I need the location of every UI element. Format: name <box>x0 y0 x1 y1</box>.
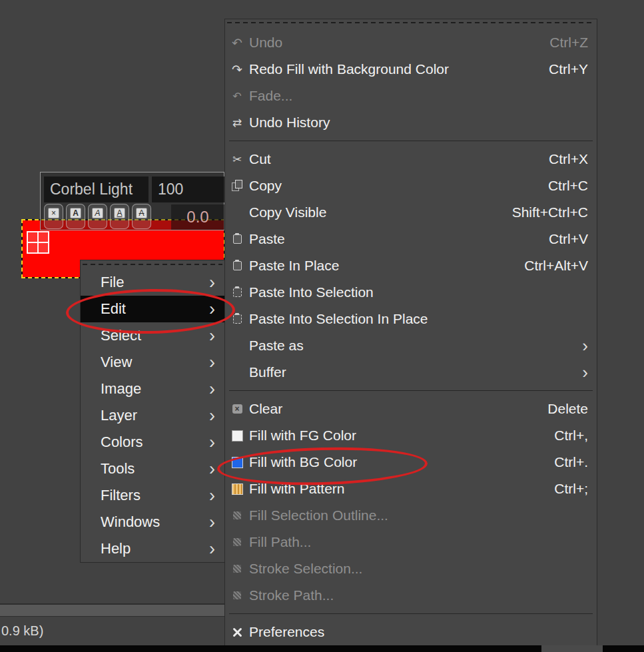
clear-format-icon: × <box>48 208 59 218</box>
menu-item-label: Image <box>101 380 141 398</box>
context-menu-item-select[interactable]: Select› <box>81 322 224 349</box>
menu-item-label: Undo History <box>249 115 330 131</box>
menu-item-label: Fill Selection Outline... <box>249 507 388 523</box>
edit-menu-item-paste-into-selection-in-place[interactable]: Paste Into Selection In Place <box>225 306 597 332</box>
strikethrough-button[interactable]: A <box>132 204 151 229</box>
menu-item-label: File <box>101 274 124 291</box>
context-menu-item-tools[interactable]: Tools› <box>81 456 224 482</box>
menu-item-label: Buffer <box>249 364 286 380</box>
pattern-swatch <box>230 482 244 496</box>
tear-off-line[interactable] <box>227 22 595 23</box>
fade-icon <box>230 89 244 103</box>
context-menu-item-view[interactable]: View› <box>81 349 224 376</box>
edit-menu-item-fade[interactable]: Fade... <box>225 83 597 109</box>
edit-menu-item-undo[interactable]: UndoCtrl+Z <box>225 29 597 56</box>
context-menu-item-image[interactable]: Image› <box>81 376 224 402</box>
menu-item-label: Fill with BG Color <box>249 454 357 470</box>
menu-item-label: Select <box>101 327 141 344</box>
clear-style-button[interactable]: × <box>44 204 63 229</box>
edit-menu-item-fill-with-pattern[interactable]: Fill with PatternCtrl+; <box>225 476 597 502</box>
edit-menu-item-cut[interactable]: CutCtrl+X <box>225 146 597 172</box>
menu-item-label: Cut <box>249 151 271 167</box>
menu-item-label: Copy Visible <box>249 204 326 220</box>
fill-path-icon <box>230 535 244 549</box>
edit-menu-item-fill-with-bg-color[interactable]: Fill with BG ColorCtrl+. <box>225 449 597 476</box>
edit-menu-item-preferences[interactable]: Preferences <box>225 619 597 645</box>
shortcut-label: Ctrl+C <box>548 178 588 194</box>
shortcut-label: Ctrl+Alt+V <box>524 258 588 274</box>
edit-menu-item-stroke-path[interactable]: Stroke Path... <box>225 582 597 609</box>
underline-icon: A <box>114 208 125 218</box>
edit-menu-item-fill-selection-outline[interactable]: Fill Selection Outline... <box>225 502 597 529</box>
context-menu-item-edit[interactable]: Edit› <box>81 296 224 322</box>
preferences-icon <box>230 625 244 639</box>
paste-icon <box>230 232 244 246</box>
context-menu-item-help[interactable]: Help› <box>81 535 224 562</box>
edit-menu-list: UndoCtrl+ZRedo Fill with Background Colo… <box>225 29 597 645</box>
submenu-arrow-icon: › <box>209 380 215 398</box>
menu-item-label: Paste Into Selection <box>249 284 374 300</box>
context-menu-item-file[interactable]: File› <box>81 269 224 296</box>
menu-item-label: Help <box>101 540 131 557</box>
edit-menu-item-buffer[interactable]: Buffer› <box>225 359 597 386</box>
shortcut-label: Delete <box>547 401 588 417</box>
edit-menu-item-undo-history[interactable]: Undo History <box>225 109 597 136</box>
bold-button[interactable]: A <box>66 204 85 229</box>
edit-menu-item-copy[interactable]: CopyCtrl+C <box>225 172 597 199</box>
undo-history-icon <box>230 115 244 130</box>
icon-spacer <box>230 205 244 220</box>
menu-item-label: Fill with Pattern <box>249 481 345 497</box>
text-box-handle-icon[interactable] <box>27 231 49 254</box>
edit-menu-item-redo-fill-with-background-color[interactable]: Redo Fill with Background ColorCtrl+Y <box>225 56 597 83</box>
redo-icon <box>230 62 244 77</box>
shortcut-label: Shift+Ctrl+C <box>512 204 588 220</box>
taskbar-strip <box>0 645 644 652</box>
edit-menu-item-paste-as[interactable]: Paste as› <box>225 332 597 359</box>
edit-menu-item-fill-with-fg-color[interactable]: Fill with FG ColorCtrl+, <box>225 422 597 449</box>
menu-separator <box>225 386 597 396</box>
submenu-arrow-icon: › <box>209 460 215 478</box>
edit-menu-item-clear[interactable]: ClearDelete <box>225 396 597 422</box>
bold-icon: A <box>70 208 81 218</box>
image-context-menu: File›Edit›Select›View›Image›Layer›Colors… <box>80 260 225 563</box>
stroke-selection-icon <box>230 561 244 576</box>
status-bar-text: 0.9 kB) <box>1 623 43 639</box>
baseline-offset-field[interactable]: 0.0 <box>171 204 224 230</box>
paste-icon <box>230 258 244 273</box>
menu-separator <box>225 609 597 619</box>
context-menu-item-windows[interactable]: Windows› <box>81 509 224 535</box>
shortcut-label: Ctrl+, <box>554 428 588 444</box>
menu-separator <box>225 136 597 146</box>
tear-off-line[interactable] <box>83 264 222 265</box>
paste-into-icon <box>230 285 244 300</box>
italic-button[interactable]: A <box>88 204 107 229</box>
context-menu-item-colors[interactable]: Colors› <box>81 429 224 456</box>
context-menu-item-filters[interactable]: Filters› <box>81 482 224 509</box>
shortcut-label: Ctrl+Y <box>549 61 588 77</box>
submenu-arrow-icon: › <box>209 327 215 345</box>
edit-menu-item-stroke-selection[interactable]: Stroke Selection... <box>225 555 597 582</box>
menu-item-label: Paste as <box>249 338 304 354</box>
underline-button[interactable]: A <box>110 204 129 229</box>
edit-menu-item-copy-visible[interactable]: Copy VisibleShift+Ctrl+C <box>225 199 597 226</box>
edit-menu-item-paste-into-selection[interactable]: Paste Into Selection <box>225 279 597 306</box>
font-name-field[interactable]: Corbel Light <box>44 176 149 202</box>
shortcut-label: Ctrl+; <box>554 481 588 497</box>
submenu-arrow-icon: › <box>209 540 215 558</box>
taskbar-button[interactable] <box>541 645 603 652</box>
edit-menu-item-paste[interactable]: PasteCtrl+V <box>225 226 597 252</box>
edit-menu-item-paste-in-place[interactable]: Paste In PlaceCtrl+Alt+V <box>225 252 597 279</box>
menu-item-label: View <box>101 354 132 371</box>
edit-menu-item-fill-path[interactable]: Fill Path... <box>225 529 597 555</box>
font-size-field[interactable]: 100 <box>152 176 224 202</box>
menu-item-label: Paste Into Selection In Place <box>249 311 428 327</box>
submenu-arrow-icon: › <box>209 487 215 505</box>
shortcut-label: Ctrl+Z <box>549 35 588 51</box>
context-menu-item-layer[interactable]: Layer› <box>81 402 224 429</box>
horizontal-scrollbar[interactable] <box>0 603 224 617</box>
undo-icon <box>230 35 244 50</box>
menu-item-label: Layer <box>101 407 137 424</box>
shortcut-label: Ctrl+. <box>554 454 588 470</box>
icon-spacer <box>230 365 244 380</box>
clear-icon <box>230 402 244 416</box>
